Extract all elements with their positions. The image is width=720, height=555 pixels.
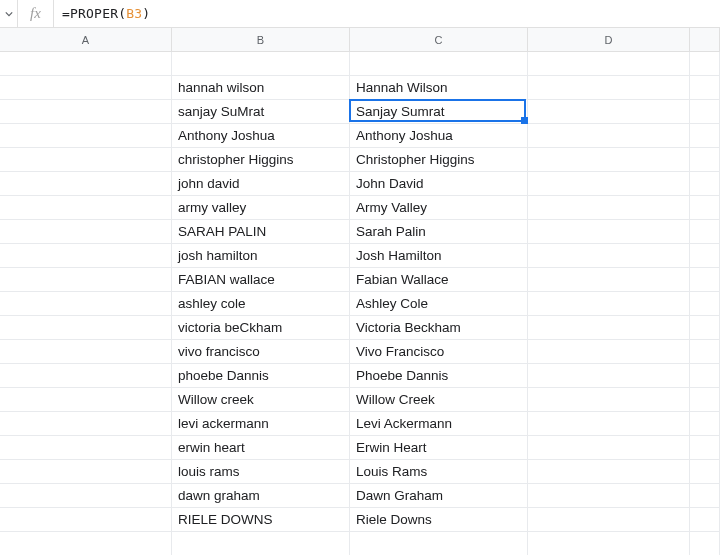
cell-A7[interactable]: [0, 196, 172, 220]
cell-A10[interactable]: [0, 268, 172, 292]
name-box-dropdown[interactable]: [0, 0, 18, 27]
cell-A21[interactable]: [0, 532, 172, 555]
cell-D21[interactable]: [528, 532, 690, 555]
cell-A3[interactable]: [0, 100, 172, 124]
cell-D7[interactable]: [528, 196, 690, 220]
cell-B5[interactable]: christopher Higgins: [172, 148, 350, 172]
cell-D13[interactable]: [528, 340, 690, 364]
cell-A1[interactable]: [0, 52, 172, 76]
cell-E13[interactable]: [690, 340, 720, 364]
cell-C14[interactable]: Phoebe Dannis: [350, 364, 528, 388]
cell-B16[interactable]: levi ackermann: [172, 412, 350, 436]
cell-E18[interactable]: [690, 460, 720, 484]
cell-C15[interactable]: Willow Creek: [350, 388, 528, 412]
cell-D20[interactable]: [528, 508, 690, 532]
cell-D2[interactable]: [528, 76, 690, 100]
cell-E14[interactable]: [690, 364, 720, 388]
cell-D12[interactable]: [528, 316, 690, 340]
cell-A4[interactable]: [0, 124, 172, 148]
cell-A2[interactable]: [0, 76, 172, 100]
cell-C11[interactable]: Ashley Cole: [350, 292, 528, 316]
cell-D5[interactable]: [528, 148, 690, 172]
cell-E16[interactable]: [690, 412, 720, 436]
cell-E9[interactable]: [690, 244, 720, 268]
cell-B6[interactable]: john david: [172, 172, 350, 196]
cell-E4[interactable]: [690, 124, 720, 148]
cell-E19[interactable]: [690, 484, 720, 508]
formula-input[interactable]: =PROPER(B3): [54, 0, 720, 27]
cell-C9[interactable]: Josh Hamilton: [350, 244, 528, 268]
cell-C4[interactable]: Anthony Joshua: [350, 124, 528, 148]
cell-E1[interactable]: [690, 52, 720, 76]
cell-E10[interactable]: [690, 268, 720, 292]
cell-B19[interactable]: dawn graham: [172, 484, 350, 508]
cell-A8[interactable]: [0, 220, 172, 244]
cell-B20[interactable]: RIELE DOWNS: [172, 508, 350, 532]
cell-A17[interactable]: [0, 436, 172, 460]
cell-C1[interactable]: [350, 52, 528, 76]
cell-D4[interactable]: [528, 124, 690, 148]
cell-C16[interactable]: Levi Ackermann: [350, 412, 528, 436]
cell-E21[interactable]: [690, 532, 720, 555]
cell-C18[interactable]: Louis Rams: [350, 460, 528, 484]
cell-C19[interactable]: Dawn Graham: [350, 484, 528, 508]
cell-C6[interactable]: John David: [350, 172, 528, 196]
cell-D10[interactable]: [528, 268, 690, 292]
cell-A14[interactable]: [0, 364, 172, 388]
cell-A20[interactable]: [0, 508, 172, 532]
cell-D9[interactable]: [528, 244, 690, 268]
cell-B14[interactable]: phoebe Dannis: [172, 364, 350, 388]
cell-B21[interactable]: [172, 532, 350, 555]
cell-E8[interactable]: [690, 220, 720, 244]
cell-D8[interactable]: [528, 220, 690, 244]
column-header-A[interactable]: A: [0, 28, 172, 51]
cell-A19[interactable]: [0, 484, 172, 508]
cell-B13[interactable]: vivo francisco: [172, 340, 350, 364]
cell-B17[interactable]: erwin heart: [172, 436, 350, 460]
cell-B1[interactable]: [172, 52, 350, 76]
cell-D16[interactable]: [528, 412, 690, 436]
cell-E17[interactable]: [690, 436, 720, 460]
cell-B10[interactable]: FABIAN wallace: [172, 268, 350, 292]
cell-B7[interactable]: army valley: [172, 196, 350, 220]
cell-A15[interactable]: [0, 388, 172, 412]
cell-B12[interactable]: victoria beCkham: [172, 316, 350, 340]
cell-A18[interactable]: [0, 460, 172, 484]
cell-C7[interactable]: Army Valley: [350, 196, 528, 220]
cell-D18[interactable]: [528, 460, 690, 484]
column-header-D[interactable]: D: [528, 28, 690, 51]
cell-C21[interactable]: [350, 532, 528, 555]
cell-A5[interactable]: [0, 148, 172, 172]
cell-D19[interactable]: [528, 484, 690, 508]
column-header-E[interactable]: [690, 28, 720, 51]
cell-B8[interactable]: SARAH PALIN: [172, 220, 350, 244]
cell-C2[interactable]: Hannah Wilson: [350, 76, 528, 100]
cell-B18[interactable]: louis rams: [172, 460, 350, 484]
cell-C17[interactable]: Erwin Heart: [350, 436, 528, 460]
cell-B3[interactable]: sanjay SuMrat: [172, 100, 350, 124]
cell-B11[interactable]: ashley cole: [172, 292, 350, 316]
cell-D6[interactable]: [528, 172, 690, 196]
cell-E5[interactable]: [690, 148, 720, 172]
cell-A9[interactable]: [0, 244, 172, 268]
cell-C5[interactable]: Christopher Higgins: [350, 148, 528, 172]
cell-B4[interactable]: Anthony Joshua: [172, 124, 350, 148]
cell-E7[interactable]: [690, 196, 720, 220]
column-header-C[interactable]: C: [350, 28, 528, 51]
cell-E12[interactable]: [690, 316, 720, 340]
cell-D1[interactable]: [528, 52, 690, 76]
cell-C20[interactable]: Riele Downs: [350, 508, 528, 532]
column-header-B[interactable]: B: [172, 28, 350, 51]
cell-D15[interactable]: [528, 388, 690, 412]
cell-E2[interactable]: [690, 76, 720, 100]
cell-D17[interactable]: [528, 436, 690, 460]
cell-A6[interactable]: [0, 172, 172, 196]
cell-E6[interactable]: [690, 172, 720, 196]
cell-B9[interactable]: josh hamilton: [172, 244, 350, 268]
cell-C3[interactable]: Sanjay Sumrat: [350, 100, 528, 124]
cell-A13[interactable]: [0, 340, 172, 364]
cell-E11[interactable]: [690, 292, 720, 316]
cell-C8[interactable]: Sarah Palin: [350, 220, 528, 244]
cell-D11[interactable]: [528, 292, 690, 316]
cell-C10[interactable]: Fabian Wallace: [350, 268, 528, 292]
